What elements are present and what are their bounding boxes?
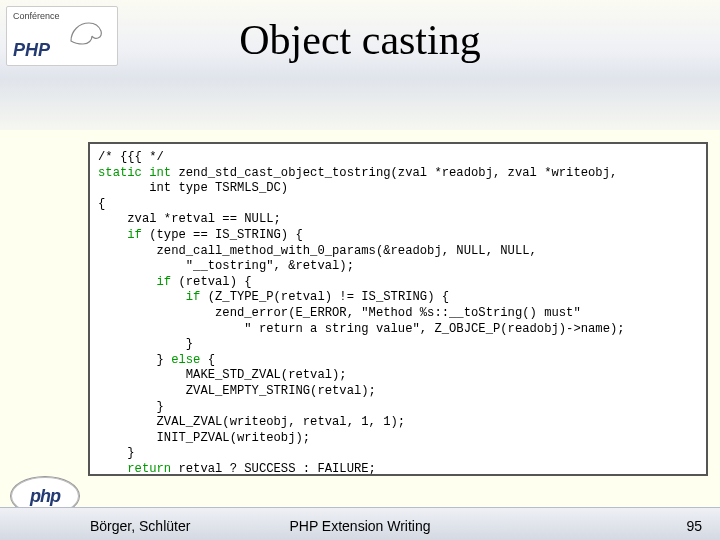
code-line: }: [98, 337, 193, 351]
code-text: }: [98, 353, 171, 367]
code-text: {: [200, 353, 215, 367]
footer-title: PHP Extension Writing: [0, 518, 720, 534]
code-line: "__tostring", &retval);: [98, 259, 354, 273]
code-keyword: return: [98, 462, 171, 476]
code-keyword: if: [98, 228, 142, 242]
code-line: zend_error(E_ERROR, "Method %s::__toStri…: [98, 306, 581, 320]
code-line: " return a string value", Z_OBJCE_P(read…: [98, 322, 625, 336]
code-line: ZVAL_ZVAL(writeobj, retval, 1, 1);: [98, 415, 405, 429]
code-line: int type TSRMLS_DC): [98, 181, 288, 195]
code-text: (retval) {: [171, 275, 251, 289]
code-text: (type == IS_STRING) {: [142, 228, 303, 242]
code-block: /* {{{ */ static int zend_std_cast_objec…: [88, 142, 708, 476]
footer-page-number: 95: [686, 518, 702, 534]
code-keyword: else: [171, 353, 200, 367]
code-line: }: [98, 400, 164, 414]
code-keyword: if: [98, 290, 200, 304]
code-line: zend_call_method_with_0_params(&readobj,…: [98, 244, 544, 258]
code-keyword: static int: [98, 166, 171, 180]
code-text: retval ? SUCCESS : FAILURE;: [171, 462, 376, 476]
code-line: MAKE_STD_ZVAL(retval);: [98, 368, 347, 382]
php-logo-text: php: [30, 486, 60, 507]
code-line: INIT_PZVAL(writeobj);: [98, 431, 310, 445]
code-text: zend_std_cast_object_tostring(zval *read…: [171, 166, 624, 180]
code-line: ZVAL_EMPTY_STRING(retval);: [98, 384, 376, 398]
slide-title: Object casting: [0, 16, 720, 64]
code-line: /* {{{ */: [98, 150, 164, 164]
code-text: (Z_TYPE_P(retval) != IS_STRING) {: [200, 290, 449, 304]
code-keyword: if: [98, 275, 171, 289]
footer-bar: Börger, Schlüter PHP Extension Writing 9…: [0, 507, 720, 540]
code-line: zval *retval == NULL;: [98, 212, 281, 226]
code-line: }: [98, 446, 135, 460]
code-line: {: [98, 197, 105, 211]
